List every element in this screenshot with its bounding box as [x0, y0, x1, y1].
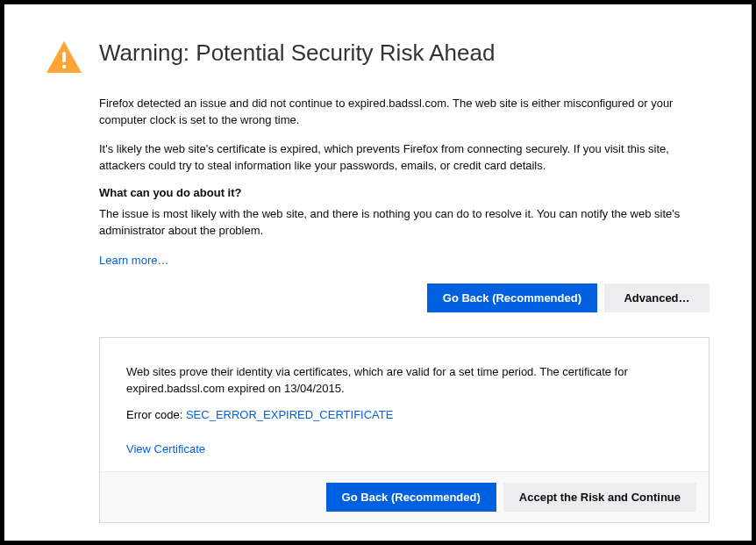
view-certificate-link[interactable]: View Certificate	[126, 442, 682, 455]
intro-paragraph-2: It's likely the web site's certificate i…	[99, 141, 710, 175]
page-title: Warning: Potential Security Risk Ahead	[99, 39, 710, 67]
title-container: Warning: Potential Security Risk Ahead	[99, 39, 710, 67]
warning-triangle-icon	[46, 41, 82, 76]
learn-more-link[interactable]: Learn more…	[99, 254, 168, 267]
intro-paragraph-1: Firefox detected an issue and did not co…	[99, 96, 710, 129]
advanced-explanation: Web sites prove their identity via certi…	[126, 364, 682, 398]
error-code-label: Error code:	[126, 408, 186, 421]
body-section: Firefox detected an issue and did not co…	[99, 96, 710, 312]
go-back-button-2[interactable]: Go Back (Recommended)	[326, 483, 496, 512]
advanced-panel: Web sites prove their identity via certi…	[99, 337, 710, 523]
error-code-link[interactable]: SEC_ERROR_EXPIRED_CERTIFICATE	[186, 408, 393, 421]
subheading: What can you do about it?	[99, 186, 710, 199]
accept-risk-button[interactable]: Accept the Risk and Continue	[503, 483, 696, 512]
svg-rect-0	[62, 52, 66, 62]
intro-paragraph-3: The issue is most likely with the web si…	[99, 206, 710, 240]
header-row: Warning: Potential Security Risk Ahead	[46, 39, 710, 76]
error-code-line: Error code: SEC_ERROR_EXPIRED_CERTIFICAT…	[126, 408, 682, 421]
advanced-button[interactable]: Advanced…	[604, 283, 710, 312]
primary-button-row: Go Back (Recommended) Advanced…	[99, 283, 710, 312]
svg-point-1	[62, 65, 66, 68]
go-back-button[interactable]: Go Back (Recommended)	[427, 283, 597, 312]
security-warning-page: Warning: Potential Security Risk Ahead F…	[4, 4, 752, 541]
advanced-button-row: Go Back (Recommended) Accept the Risk an…	[100, 471, 709, 522]
advanced-body: Web sites prove their identity via certi…	[100, 338, 709, 471]
